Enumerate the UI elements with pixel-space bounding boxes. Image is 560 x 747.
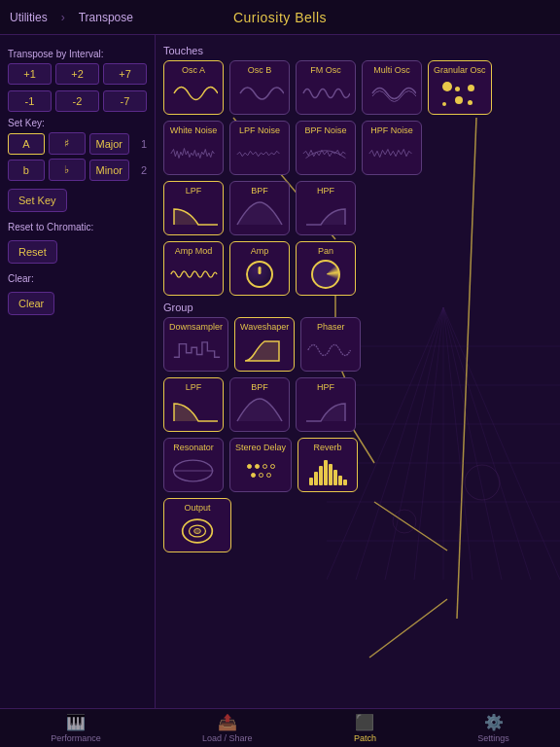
module-lpf1-visual: [169, 197, 218, 231]
tab-performance-label: Performance: [51, 733, 101, 743]
tab-load-share[interactable]: 📤 Load / Share: [202, 713, 253, 743]
key-flat-b[interactable]: ♭: [49, 159, 86, 181]
output-row: Output: [163, 498, 552, 552]
module-white-noise-label: White Noise: [170, 125, 218, 135]
module-stereo-delay[interactable]: Stereo Delay: [229, 438, 292, 492]
patch-area: Touches Osc A Osc B: [156, 35, 560, 566]
patch-icon: ⬛: [355, 713, 374, 731]
module-osc-a-visual: [169, 77, 218, 110]
module-hpf1-visual: [301, 197, 350, 231]
nav-transpose[interactable]: Transpose: [79, 11, 133, 24]
module-bpf2[interactable]: BPF: [229, 377, 290, 432]
transpose-plus7[interactable]: +7: [103, 63, 147, 85]
module-lpf1-label: LPF: [186, 186, 202, 196]
module-hpf1-label: HPF: [317, 186, 334, 196]
module-pan[interactable]: Pan: [296, 241, 356, 296]
module-multi-osc[interactable]: Multi Osc: [362, 60, 422, 115]
module-hpf2[interactable]: HPF: [296, 377, 356, 432]
module-bpf-noise-visual: [301, 137, 350, 170]
module-bpf2-visual: [235, 394, 284, 427]
module-resonator[interactable]: Resonator: [163, 438, 224, 492]
module-white-noise-visual: [169, 137, 218, 170]
tab-bar: 🎹 Performance 📤 Load / Share ⬛ Patch ⚙️ …: [0, 708, 560, 747]
key-major[interactable]: Major: [89, 133, 130, 155]
module-lpf1[interactable]: LPF: [163, 181, 224, 235]
nav-utilities[interactable]: Utilities: [10, 11, 48, 24]
module-waveshaper-visual: [240, 334, 289, 367]
transpose-plus1[interactable]: +1: [8, 63, 52, 85]
module-amp-mod-label: Amp Mod: [175, 246, 213, 256]
group-label: Group: [163, 302, 552, 313]
settings-icon: ⚙️: [484, 713, 504, 731]
module-downsampler[interactable]: Downsampler: [163, 317, 228, 372]
module-downsampler-visual: [172, 334, 221, 367]
module-output-label: Output: [184, 503, 210, 513]
module-waveshaper[interactable]: Waveshaper: [234, 317, 295, 372]
transpose-minus7[interactable]: -7: [103, 90, 147, 112]
module-reverb[interactable]: Reverb: [298, 438, 358, 492]
key-minor[interactable]: Minor: [89, 160, 130, 181]
set-key-label: Set Key:: [8, 118, 147, 128]
transpose-plus-grid: +1 +2 +7: [8, 63, 147, 85]
transpose-minus-grid: -1 -2 -7: [8, 90, 147, 112]
key-b[interactable]: b: [8, 160, 45, 181]
module-pan-visual: [301, 258, 350, 291]
transpose-label: Transpose by Interval:: [8, 49, 147, 59]
transpose-minus2[interactable]: -2: [55, 90, 99, 112]
clear-button[interactable]: Clear: [8, 292, 54, 315]
key-num-2: 2: [133, 164, 147, 176]
main-layout: Transpose by Interval: +1 +2 +7 -1 -2 -7…: [0, 35, 560, 708]
tab-patch-label: Patch: [354, 733, 376, 743]
module-stereo-delay-visual: [236, 454, 285, 487]
fx-row: Resonator Stereo Delay: [163, 438, 552, 492]
tab-performance[interactable]: 🎹 Performance: [51, 713, 101, 743]
module-lpf-noise[interactable]: LPF Noise: [229, 121, 290, 175]
module-output[interactable]: Output: [163, 498, 231, 552]
module-bpf-noise-label: BPF Noise: [304, 125, 346, 135]
transpose-minus1[interactable]: -1: [8, 90, 52, 112]
key-sharp-a[interactable]: ♯: [49, 132, 86, 155]
svg-line-6: [369, 599, 447, 658]
sidebar: Transpose by Interval: +1 +2 +7 -1 -2 -7…: [0, 35, 156, 708]
module-stereo-delay-label: Stereo Delay: [235, 443, 286, 452]
module-hpf-noise[interactable]: HPF Noise: [362, 121, 422, 175]
module-downsampler-label: Downsampler: [169, 322, 223, 332]
module-bpf1[interactable]: BPF: [229, 181, 290, 235]
tab-settings[interactable]: ⚙️ Settings: [477, 713, 509, 743]
module-phaser[interactable]: Phaser: [300, 317, 361, 372]
filter-row-1: LPF BPF HPF: [163, 181, 552, 235]
top-bar: Utilities › Transpose Curiosity Bells: [0, 0, 560, 35]
module-osc-a[interactable]: Osc A: [163, 60, 224, 115]
module-osc-b[interactable]: Osc B: [229, 60, 290, 115]
module-osc-a-label: Osc A: [182, 65, 205, 75]
module-osc-b-visual: [235, 77, 284, 110]
module-granular-osc[interactable]: Granular Osc: [428, 60, 492, 115]
reset-button[interactable]: Reset: [8, 240, 57, 264]
module-hpf-noise-visual: [368, 137, 416, 170]
tab-patch[interactable]: ⬛ Patch: [354, 713, 376, 743]
tab-load-share-label: Load / Share: [202, 733, 253, 743]
load-share-icon: 📤: [218, 713, 237, 731]
set-key-button[interactable]: Set Key: [8, 189, 67, 212]
module-white-noise[interactable]: White Noise: [163, 121, 224, 175]
module-amp-mod-visual: [169, 258, 218, 291]
module-hpf1[interactable]: HPF: [296, 181, 356, 235]
transpose-plus2[interactable]: +2: [55, 63, 99, 85]
module-output-visual: [173, 515, 222, 548]
module-lpf2[interactable]: LPF: [163, 377, 224, 432]
module-hpf2-visual: [301, 394, 350, 427]
clear-label: Clear:: [8, 273, 147, 284]
module-lpf2-visual: [169, 394, 218, 427]
key-a[interactable]: A: [8, 133, 45, 155]
tab-settings-label: Settings: [477, 733, 509, 743]
content-area: .gl{stroke:#5a2a8a;stroke-width:0.8;opac…: [156, 35, 560, 708]
module-fm-osc[interactable]: FM Osc: [296, 60, 356, 115]
module-fm-osc-label: FM Osc: [310, 65, 341, 75]
module-bpf-noise[interactable]: BPF Noise: [296, 121, 356, 175]
noise-row: White Noise LPF Noise: [163, 121, 552, 175]
key-row-1: A ♯ Major 1: [8, 132, 147, 155]
module-amp-mod[interactable]: Amp Mod: [163, 241, 224, 296]
module-bpf1-label: BPF: [251, 186, 268, 196]
key-row-2: b ♭ Minor 2: [8, 159, 147, 181]
module-amp[interactable]: Amp: [229, 241, 290, 296]
